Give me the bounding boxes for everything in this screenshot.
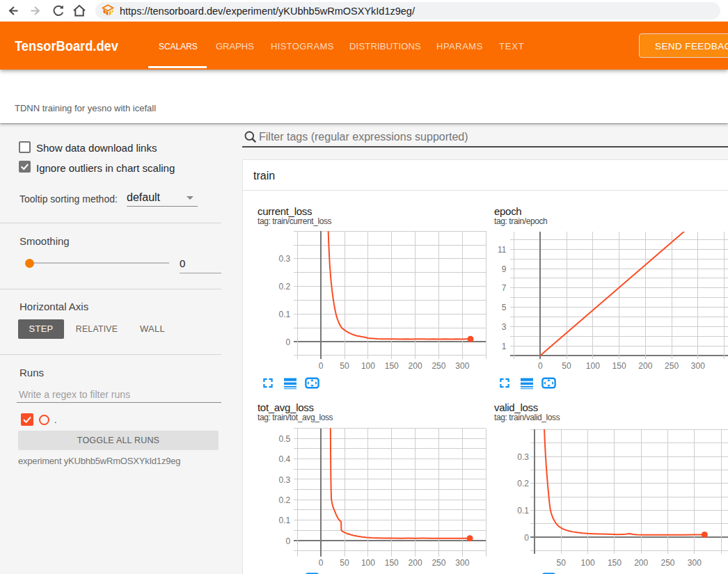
- svg-text:50: 50: [340, 361, 349, 371]
- svg-text:250: 250: [660, 558, 674, 568]
- svg-text:0.4: 0.4: [279, 454, 291, 464]
- svg-text:50: 50: [562, 361, 571, 371]
- svg-text:300: 300: [455, 361, 469, 371]
- svg-text:150: 150: [608, 558, 622, 568]
- svg-text:0.1: 0.1: [279, 516, 291, 525]
- svg-text:200: 200: [409, 558, 422, 568]
- svg-text:9: 9: [502, 264, 507, 274]
- svg-text:100: 100: [586, 361, 600, 371]
- svg-text:200: 200: [638, 361, 652, 371]
- svg-text:50: 50: [340, 558, 349, 568]
- svg-text:0.2: 0.2: [279, 282, 291, 292]
- svg-text:100: 100: [581, 558, 595, 568]
- svg-text:0: 0: [319, 361, 324, 371]
- svg-text:300: 300: [691, 361, 705, 371]
- svg-text:0.1: 0.1: [517, 506, 529, 516]
- svg-text:1: 1: [502, 342, 507, 351]
- svg-text:300: 300: [688, 558, 702, 568]
- svg-text:200: 200: [409, 361, 422, 371]
- svg-text:0.3: 0.3: [279, 254, 291, 264]
- svg-text:0.5: 0.5: [279, 434, 291, 444]
- svg-text:5: 5: [502, 303, 507, 312]
- svg-text:11: 11: [498, 245, 507, 255]
- svg-text:100: 100: [361, 558, 375, 568]
- svg-text:0.3: 0.3: [517, 452, 529, 462]
- svg-text:250: 250: [432, 558, 445, 568]
- svg-text:0: 0: [286, 536, 291, 546]
- svg-text:150: 150: [612, 361, 626, 371]
- svg-text:50: 50: [557, 558, 567, 568]
- svg-text:3: 3: [502, 322, 507, 332]
- svg-text:100: 100: [361, 361, 375, 371]
- svg-text:0.2: 0.2: [279, 495, 291, 505]
- svg-text:0: 0: [538, 361, 543, 371]
- svg-text:0: 0: [286, 337, 291, 347]
- svg-text:7: 7: [502, 283, 507, 293]
- svg-text:150: 150: [385, 558, 399, 568]
- svg-text:0.2: 0.2: [517, 479, 529, 488]
- svg-text:250: 250: [432, 361, 445, 371]
- svg-text:0.1: 0.1: [279, 310, 291, 319]
- svg-text:250: 250: [665, 361, 679, 371]
- svg-text:0: 0: [524, 533, 529, 543]
- svg-text:150: 150: [385, 361, 399, 371]
- svg-text:0: 0: [319, 558, 324, 568]
- svg-text:200: 200: [634, 558, 648, 568]
- svg-text:300: 300: [455, 558, 469, 568]
- svg-text:0.3: 0.3: [279, 475, 291, 485]
